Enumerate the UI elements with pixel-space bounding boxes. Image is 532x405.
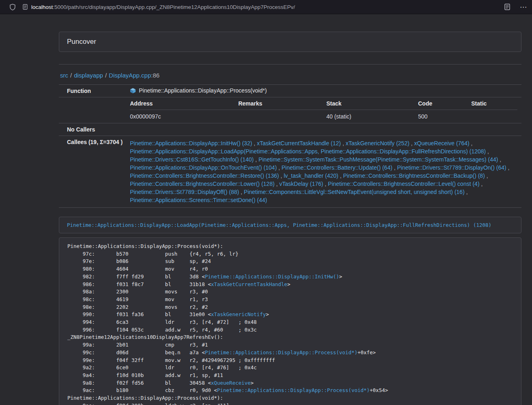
highlighted-callee-link[interactable]: Pinetime::Applications::DisplayApp::Load… bbox=[67, 222, 491, 228]
breadcrumb-separator: / bbox=[70, 72, 72, 79]
callees-label: Callees (19, Σ=3704 ) bbox=[59, 136, 126, 208]
metrics-value-row: 0x0000097c 40 (static) 500 bbox=[130, 110, 517, 123]
symbol-table: Function Pinetime::Applications::Display… bbox=[59, 84, 521, 208]
callee-link[interactable]: Pinetime::Components::LittleVgl::SetNewT… bbox=[244, 189, 465, 195]
callee-link[interactable]: Pinetime::Applications::DisplayApp::Load… bbox=[130, 148, 486, 155]
code-symbol-link[interactable]: xTaskGetCurrentTaskHandle bbox=[211, 281, 287, 287]
browser-toolbar: localhost:5000/path/src/displayapp/Displ… bbox=[0, 0, 532, 14]
no-callers-row: No Callers bbox=[59, 123, 521, 136]
col-address: Address bbox=[130, 97, 238, 110]
url-path: :5000/path/src/displayapp/DisplayApp.cpp… bbox=[53, 4, 295, 10]
callee-link[interactable]: xTaskGenericNotify (252) bbox=[346, 140, 409, 146]
callee-link[interactable]: Pinetime::Controllers::BrightnessControl… bbox=[328, 181, 479, 187]
callee-separator: , bbox=[252, 140, 257, 146]
function-row-label: Function bbox=[59, 85, 126, 97]
callee-link[interactable]: Pinetime::Drivers::Cst816S::GetTouchInfo… bbox=[130, 156, 254, 163]
callee-link[interactable]: Pinetime::Controllers::Battery::Update()… bbox=[282, 164, 392, 171]
callee-separator: , bbox=[485, 172, 488, 179]
breadcrumb: src/displayapp/DisplayApp.cpp:86 bbox=[60, 72, 521, 79]
callee-link[interactable]: xTaskGetCurrentTaskHandle (12) bbox=[257, 140, 341, 146]
static-value bbox=[471, 110, 517, 123]
col-code: Code bbox=[418, 97, 471, 110]
breadcrumb-link-displayapp[interactable]: displayapp bbox=[74, 72, 103, 79]
callee-separator: , bbox=[498, 156, 501, 163]
callee-link[interactable]: Pinetime::Controllers::BrightnessControl… bbox=[343, 172, 485, 179]
callee-separator: , bbox=[277, 164, 282, 171]
page-content: Puncover src/displayapp/DisplayApp.cpp:8… bbox=[59, 32, 521, 405]
callee-separator: , bbox=[506, 164, 510, 171]
col-stack: Stack bbox=[326, 97, 418, 110]
overflow-menu-icon[interactable]: ⋯ bbox=[520, 4, 527, 11]
callee-separator: , bbox=[409, 140, 414, 146]
disassembly-block: Pinetime::Applications::DisplayApp::Proc… bbox=[59, 237, 521, 405]
no-callers-label: No Callers bbox=[59, 123, 126, 136]
app-title-panel: Puncover bbox=[59, 32, 521, 52]
function-icon bbox=[130, 88, 136, 94]
callee-separator: , bbox=[392, 164, 397, 171]
code-symbol-link[interactable]: xTaskGenericNotify bbox=[211, 311, 266, 317]
callee-link[interactable]: lv_task_handler (420) bbox=[284, 172, 338, 179]
breadcrumb-link-file[interactable]: DisplayApp.cpp bbox=[109, 72, 151, 79]
callee-separator: , bbox=[465, 189, 468, 195]
page-title: Puncover bbox=[67, 38, 513, 46]
function-name: Pinetime::Applications::DisplayApp::Proc… bbox=[139, 87, 267, 94]
callees-list: Pinetime::Applications::DisplayApp::Init… bbox=[126, 136, 521, 208]
callee-separator: , bbox=[341, 140, 346, 146]
callee-separator: , bbox=[338, 172, 343, 179]
callee-link[interactable]: Pinetime::Applications::DisplayApp::OnTo… bbox=[130, 164, 277, 171]
highlighted-callee-panel: Pinetime::Applications::DisplayApp::Load… bbox=[59, 217, 521, 233]
url-host: localhost bbox=[31, 4, 53, 10]
code-value: 500 bbox=[418, 110, 471, 123]
stack-value: 40 (static) bbox=[326, 110, 418, 123]
code-symbol-link[interactable]: Pinetime::Applications::DisplayApp::Proc… bbox=[205, 349, 358, 355]
callee-link[interactable]: Pinetime::Applications::DisplayApp::Init… bbox=[130, 140, 252, 146]
metrics-table: Address Remarks Stack Code Static 0x0000… bbox=[130, 97, 517, 123]
callee-link[interactable]: Pinetime::Drivers::St7789::DisplayOn() (… bbox=[397, 164, 506, 171]
code-symbol-link[interactable]: xQueueReceive bbox=[211, 380, 251, 386]
divider bbox=[59, 64, 521, 65]
code-symbol-link[interactable]: Pinetime::Applications::DisplayApp::Proc… bbox=[217, 387, 370, 393]
address-value: 0x0000097c bbox=[130, 110, 238, 123]
code-symbol-link[interactable]: Pinetime::Applications::DisplayApp::Init… bbox=[205, 274, 339, 280]
callee-link[interactable]: Pinetime::Applications::Screens::Timer::… bbox=[130, 197, 267, 203]
breadcrumb-line-number: :86 bbox=[151, 72, 159, 79]
remarks-value bbox=[238, 110, 326, 123]
callee-separator: , bbox=[279, 172, 284, 179]
callee-separator: , bbox=[323, 181, 328, 187]
callee-separator: , bbox=[470, 140, 473, 146]
breadcrumb-separator: / bbox=[105, 72, 107, 79]
reader-view-icon[interactable] bbox=[504, 4, 510, 10]
col-static: Static bbox=[471, 97, 517, 110]
callee-link[interactable]: Pinetime::Controllers::BrightnessControl… bbox=[130, 172, 279, 179]
callee-separator: , bbox=[239, 189, 244, 195]
callee-separator: , bbox=[480, 181, 483, 187]
callee-link[interactable]: vTaskDelay (176) bbox=[279, 181, 323, 187]
col-remarks: Remarks bbox=[238, 97, 326, 110]
callee-link[interactable]: Pinetime::System::SystemTask::PushMessag… bbox=[258, 156, 498, 163]
callees-row: Callees (19, Σ=3704 ) Pinetime::Applicat… bbox=[59, 136, 521, 208]
page-info-icon[interactable] bbox=[23, 4, 28, 10]
function-row: Function Pinetime::Applications::Display… bbox=[59, 85, 521, 97]
callee-link[interactable]: Pinetime::Drivers::St7789::DisplayOff() … bbox=[130, 189, 239, 195]
breadcrumb-link-src[interactable]: src bbox=[60, 72, 68, 79]
callee-separator: , bbox=[254, 156, 258, 163]
callee-separator: , bbox=[275, 181, 280, 187]
metrics-row: Address Remarks Stack Code Static 0x0000… bbox=[59, 97, 521, 123]
callee-link[interactable]: Pinetime::Controllers::BrightnessControl… bbox=[130, 181, 274, 187]
callee-link[interactable]: xQueueReceive (764) bbox=[414, 140, 470, 146]
toolbar-right-group: ⋯ bbox=[504, 4, 532, 11]
tracking-protection-shield-icon[interactable] bbox=[9, 4, 16, 11]
callee-separator: , bbox=[486, 148, 489, 155]
url-bar[interactable]: localhost:5000/path/src/displayapp/Displ… bbox=[23, 4, 504, 10]
metrics-header-row: Address Remarks Stack Code Static bbox=[130, 97, 517, 110]
